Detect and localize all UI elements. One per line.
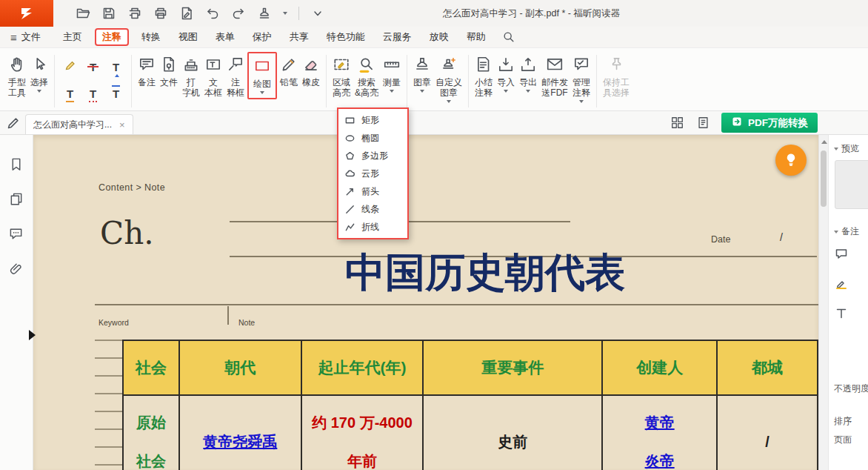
scrollbar-thumb[interactable] <box>821 150 827 207</box>
typewriter-label: 打 字机 <box>182 77 200 98</box>
cell-period: 约 170 万-4000 年前 <box>301 395 424 470</box>
measure-label: 测量 <box>383 77 401 87</box>
founder-link[interactable]: 黄帝 <box>603 403 716 442</box>
edit-document-icon[interactable] <box>179 6 194 21</box>
eraser-button[interactable]: 橡皮 <box>300 52 322 89</box>
custom-stamp-button[interactable]: 自定义 图章 <box>433 52 464 107</box>
sidebar-expand-handle[interactable] <box>29 330 36 340</box>
pages-icon[interactable] <box>9 192 24 207</box>
select-tool-button[interactable]: 选择 <box>28 52 50 96</box>
tab-help[interactable]: 帮助 <box>459 28 493 46</box>
grid-view-icon[interactable] <box>670 116 684 130</box>
notebook-tick-line <box>95 340 122 341</box>
tab-cloud[interactable]: 云服务 <box>375 28 419 46</box>
redo-icon[interactable] <box>231 6 246 21</box>
tab-features[interactable]: 特色功能 <box>319 28 373 46</box>
menu-item-arrow[interactable]: 箭头 <box>338 182 407 200</box>
header-events: 重要事件 <box>423 340 602 395</box>
tab-share[interactable]: 共享 <box>282 28 316 46</box>
comments-panel-icon[interactable] <box>9 227 24 242</box>
tab-form[interactable]: 表单 <box>208 28 242 46</box>
file-attachment-button[interactable]: 文件 <box>158 52 180 89</box>
email-fdf-button[interactable]: 邮件发 送FDF <box>539 52 570 99</box>
measure-button[interactable]: 测量 <box>381 52 403 96</box>
pencil-button[interactable]: 铅笔 <box>278 52 300 89</box>
vertical-scrollbar[interactable] <box>818 135 828 470</box>
tab-view[interactable]: 视图 <box>171 28 205 46</box>
notes-section-label: 备注 <box>841 225 859 238</box>
summarize-comments-button[interactable]: 小结 注释 <box>473 52 495 99</box>
stamp-tool-icon[interactable] <box>257 6 272 21</box>
area-highlight-button[interactable]: 区域 高亮 <box>330 52 353 99</box>
attachment-paperclip-icon[interactable] <box>9 262 24 277</box>
menu-item-rectangle[interactable]: 矩形 <box>338 111 407 129</box>
text-style-icon[interactable] <box>835 307 848 320</box>
export-comments-button[interactable]: 导出 <box>517 52 539 96</box>
bookmark-icon[interactable] <box>9 157 24 172</box>
search-icon[interactable] <box>502 30 515 44</box>
note-button[interactable]: 备注 <box>136 52 158 89</box>
quick-print-icon[interactable] <box>153 6 168 21</box>
callout-button[interactable]: 注 释框 <box>224 52 247 99</box>
open-folder-icon[interactable] <box>76 6 90 21</box>
note-style-icon[interactable] <box>835 248 848 261</box>
export-icon <box>519 53 537 76</box>
customize-toolbar-icon[interactable] <box>310 6 325 21</box>
tab-present[interactable]: 放映 <box>422 28 456 46</box>
page-view-icon[interactable] <box>695 116 710 130</box>
highlight-style-icon[interactable] <box>835 277 848 291</box>
menu-item-polyline[interactable]: 折线 <box>338 218 407 236</box>
close-tab-icon[interactable]: × <box>119 119 125 130</box>
squiggly-text-button[interactable] <box>90 88 96 99</box>
stamp-button[interactable]: 图章 <box>411 52 433 96</box>
pdf-convert-button[interactable]: PDF万能转换 <box>721 113 818 133</box>
founder-link[interactable]: 炎帝 <box>603 442 716 470</box>
caret-down-icon[interactable] <box>283 12 287 17</box>
menu-item-line[interactable]: 线条 <box>338 200 407 218</box>
hand-tool-button[interactable]: 手型 工具 <box>6 52 28 99</box>
underline-text-button[interactable] <box>67 88 73 99</box>
document-tab-title: 怎么面对高中学习... <box>33 119 112 131</box>
strikethrough-text-button[interactable] <box>90 62 96 73</box>
menu-item-cloud[interactable]: 云形 <box>338 165 407 182</box>
convert-box-icon <box>731 116 743 130</box>
annotate-pencil-icon[interactable] <box>6 116 21 130</box>
notes-section-toggle[interactable]: 备注 <box>834 225 859 238</box>
tab-convert[interactable]: 转换 <box>134 28 168 46</box>
hamburger-icon <box>10 31 17 44</box>
print-icon[interactable] <box>127 6 142 21</box>
caret-down-icon <box>526 90 530 95</box>
manage-comments-label: 管理 注释 <box>572 77 590 98</box>
manage-comments-button[interactable]: 管理 注释 <box>570 52 592 107</box>
document-tab[interactable]: 怎么面对高中学习... × <box>25 114 133 134</box>
dynasty-link[interactable]: 黄帝尧舜禹 <box>180 423 301 461</box>
area-highlight-icon <box>333 53 350 76</box>
textbox-button[interactable]: 文 本框 <box>202 52 224 99</box>
undo-icon[interactable] <box>205 6 220 21</box>
right-panel: 预览 备注 不透明度 排序 页面 <box>828 135 868 470</box>
polygon-icon <box>344 150 355 162</box>
save-icon[interactable] <box>101 6 116 21</box>
search-highlight-button[interactable]: 搜索 &高亮 <box>353 52 381 99</box>
tab-protect[interactable]: 保护 <box>245 28 279 46</box>
preview-section-toggle[interactable]: 预览 <box>834 142 859 155</box>
scroll-up-arrow-icon[interactable] <box>821 140 827 144</box>
custom-stamp-icon <box>440 53 458 76</box>
tab-comment-active[interactable]: 注释 <box>95 28 129 46</box>
menu-bar: 文件 主页 注释 转换 视图 表单 保护 共享 特色功能 云服务 放映 帮助 <box>0 27 868 47</box>
menu-item-polygon[interactable]: 多边形 <box>338 147 407 165</box>
stamp-label: 图章 <box>413 77 431 87</box>
arrow-icon <box>344 186 355 197</box>
tab-home[interactable]: 主页 <box>56 28 90 46</box>
import-comments-button[interactable]: 导入 <box>495 52 517 96</box>
file-menu-button[interactable]: 文件 <box>10 30 41 44</box>
tips-lightbulb-button[interactable] <box>775 145 807 176</box>
opacity-label: 不透明度 <box>834 383 868 395</box>
highlight-text-button[interactable] <box>64 59 77 75</box>
menu-item-ellipse[interactable]: 椭圆 <box>338 129 407 147</box>
mail-icon <box>546 53 564 76</box>
typewriter-button[interactable]: 打 字机 <box>180 52 202 99</box>
insert-text-button[interactable] <box>113 62 119 73</box>
replace-text-button[interactable] <box>113 88 119 99</box>
draw-button[interactable]: 绘图 <box>251 53 273 98</box>
